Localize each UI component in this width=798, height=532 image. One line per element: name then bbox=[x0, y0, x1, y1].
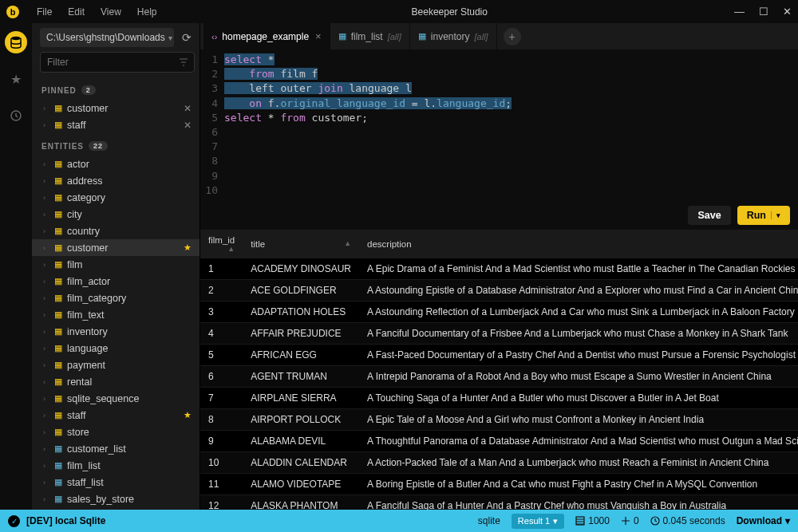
pin-icon[interactable]: ★ bbox=[184, 410, 192, 420]
minimize-button[interactable]: — bbox=[734, 6, 745, 18]
unpin-button[interactable]: ✕ bbox=[184, 103, 192, 114]
entity-film_text[interactable]: ›▦film_text bbox=[32, 306, 200, 323]
tab-inventory[interactable]: ▦inventory[all] bbox=[410, 23, 497, 49]
col-description[interactable]: description▲ bbox=[359, 230, 798, 258]
chevron-down-icon: ▾ bbox=[785, 515, 790, 526]
entity-staff[interactable]: ›▦staff★ bbox=[32, 407, 200, 424]
entity-language[interactable]: ›▦language bbox=[32, 340, 200, 357]
menu-view[interactable]: View bbox=[93, 6, 129, 18]
table-row[interactable]: 2ACE GOLDFINGERA Astounding Epistle of a… bbox=[200, 279, 798, 301]
pending-changes: 0 bbox=[621, 515, 639, 526]
unpin-button[interactable]: ✕ bbox=[184, 120, 192, 131]
entity-label: customer bbox=[67, 103, 179, 114]
entity-film_category[interactable]: ›▦film_category bbox=[32, 290, 200, 306]
connection-ok-icon: ✓ bbox=[8, 515, 20, 527]
result-selector[interactable]: Result 1 ▾ bbox=[512, 514, 564, 529]
tab-label: homepage_example bbox=[222, 31, 309, 42]
entity-sqlite_sequence[interactable]: ›▦sqlite_sequence bbox=[32, 390, 200, 407]
connection-path: C:\Users\ghstng\Downloads bbox=[46, 32, 165, 43]
entity-label: store bbox=[67, 427, 192, 438]
entity-label: film_list bbox=[67, 460, 192, 471]
chevron-right-icon: › bbox=[43, 445, 49, 453]
entity-film_list[interactable]: ›▦film_list bbox=[32, 457, 200, 474]
pinned-staff[interactable]: ›▦staff✕ bbox=[32, 116, 200, 133]
table-row[interactable]: 3ADAPTATION HOLESA Astounding Reflection… bbox=[200, 301, 798, 322]
entity-film_actor[interactable]: ›▦film_actor bbox=[32, 273, 200, 290]
filter-input[interactable] bbox=[40, 52, 195, 73]
menu-edit[interactable]: Edit bbox=[60, 6, 93, 18]
window-title: Beekeeper Studio bbox=[165, 6, 734, 18]
entity-customer[interactable]: ›▦customer★ bbox=[32, 239, 200, 256]
table-row[interactable]: 12ALASKA PHANTOMA Fanciful Saga of a Hun… bbox=[200, 495, 798, 510]
entity-film[interactable]: ›▦film bbox=[32, 256, 200, 273]
table-row[interactable]: 5AFRICAN EGGA Fast-Paced Documentary of … bbox=[200, 344, 798, 365]
new-tab-button[interactable]: + bbox=[504, 28, 521, 45]
view-icon: ▦ bbox=[54, 494, 62, 504]
pin-icon[interactable]: ★ bbox=[184, 242, 192, 253]
menu-file[interactable]: File bbox=[29, 6, 60, 18]
connection-name[interactable]: [DEV] local Sqlite bbox=[26, 515, 105, 526]
entity-sales_by_store[interactable]: ›▦sales_by_store bbox=[32, 491, 200, 507]
entity-label: staff bbox=[67, 120, 179, 131]
table-row[interactable]: 10ALADDIN CALENDARA Action-Packed Tale o… bbox=[200, 451, 798, 473]
chevron-right-icon: › bbox=[43, 495, 49, 503]
entity-actor[interactable]: ›▦actor bbox=[32, 156, 200, 172]
entity-rental[interactable]: ›▦rental bbox=[32, 373, 200, 390]
table-icon: ▦ bbox=[54, 309, 62, 320]
table-row[interactable]: 11ALAMO VIDEOTAPEA Boring Epistle of a B… bbox=[200, 473, 798, 495]
entity-store[interactable]: ›▦store bbox=[32, 424, 200, 440]
col-film_id[interactable]: film_id▲ bbox=[200, 230, 243, 258]
entity-country[interactable]: ›▦country bbox=[32, 223, 200, 239]
entity-city[interactable]: ›▦city bbox=[32, 206, 200, 223]
table-row[interactable]: 8AIRPORT POLLOCKA Epic Tale of a Moose A… bbox=[200, 408, 798, 430]
db-type: sqlite bbox=[478, 515, 500, 526]
table-row[interactable]: 4AFFAIR PREJUDICEA Fanciful Documentary … bbox=[200, 322, 798, 344]
table-row[interactable]: 6AGENT TRUMANA Intrepid Panorama of a Ro… bbox=[200, 365, 798, 387]
refresh-button[interactable]: ⟳ bbox=[179, 28, 195, 47]
filter-icon[interactable] bbox=[179, 58, 188, 66]
download-button[interactable]: Download ▾ bbox=[737, 515, 790, 526]
maximize-button[interactable]: ☐ bbox=[759, 6, 768, 18]
chevron-right-icon: › bbox=[43, 121, 49, 129]
table-icon: ▦ bbox=[54, 226, 62, 236]
history-icon[interactable] bbox=[5, 104, 27, 127]
entity-label: inventory bbox=[67, 326, 192, 337]
close-tab-button[interactable]: × bbox=[315, 30, 322, 42]
chevron-right-icon: › bbox=[43, 428, 49, 436]
tab-film_list[interactable]: ▦film_list[all] bbox=[330, 23, 410, 49]
entity-label: sales_by_store bbox=[67, 494, 192, 505]
results-table[interactable]: film_id▲title▲description▲r 1ACADEMY DIN… bbox=[200, 230, 798, 510]
connection-select[interactable]: C:\Users\ghstng\Downloads ▾ bbox=[40, 28, 174, 47]
entity-address[interactable]: ›▦address bbox=[32, 172, 200, 189]
entity-label: address bbox=[67, 175, 192, 187]
database-icon[interactable] bbox=[5, 31, 27, 53]
table-row[interactable]: 7AIRPLANE SIERRAA Touching Saga of a Hun… bbox=[200, 387, 798, 408]
table-row[interactable]: 1ACADEMY DINOSAURA Epic Drama of a Femin… bbox=[200, 258, 798, 280]
run-button[interactable]: Run ▾ bbox=[737, 206, 790, 225]
star-icon[interactable]: ★ bbox=[5, 68, 27, 90]
table-icon: ▦ bbox=[54, 242, 62, 253]
pinned-customer[interactable]: ›▦customer✕ bbox=[32, 100, 200, 116]
code-icon: ‹› bbox=[211, 32, 217, 41]
table-icon: ▦ bbox=[54, 175, 62, 186]
tab-homepage_example[interactable]: ‹›homepage_example× bbox=[203, 23, 330, 49]
entity-category[interactable]: ›▦category bbox=[32, 189, 200, 206]
col-title[interactable]: title▲ bbox=[243, 230, 359, 258]
save-button[interactable]: Save bbox=[688, 206, 730, 225]
chevron-right-icon: › bbox=[43, 261, 49, 269]
entity-staff_list[interactable]: ›▦staff_list bbox=[32, 474, 200, 491]
table-icon: ▦ bbox=[54, 427, 62, 437]
close-button[interactable]: ✕ bbox=[783, 6, 792, 18]
statusbar: ✓ [DEV] local Sqlite sqlite Result 1 ▾ 1… bbox=[0, 510, 798, 532]
chevron-down-icon[interactable]: ▾ bbox=[771, 211, 780, 219]
chevron-right-icon: › bbox=[43, 462, 49, 470]
menu-help[interactable]: Help bbox=[129, 6, 165, 18]
table-icon: ▦ bbox=[54, 410, 62, 420]
table-row[interactable]: 9ALABAMA DEVILA Thoughtful Panorama of a… bbox=[200, 430, 798, 451]
entity-payment[interactable]: ›▦payment bbox=[32, 357, 200, 373]
sql-editor[interactable]: 12345678910 select * from film f left ou… bbox=[200, 49, 798, 201]
entity-inventory[interactable]: ›▦inventory bbox=[32, 323, 200, 340]
entity-label: film bbox=[67, 259, 192, 270]
entity-customer_list[interactable]: ›▦customer_list bbox=[32, 440, 200, 457]
chevron-right-icon: › bbox=[43, 227, 49, 235]
